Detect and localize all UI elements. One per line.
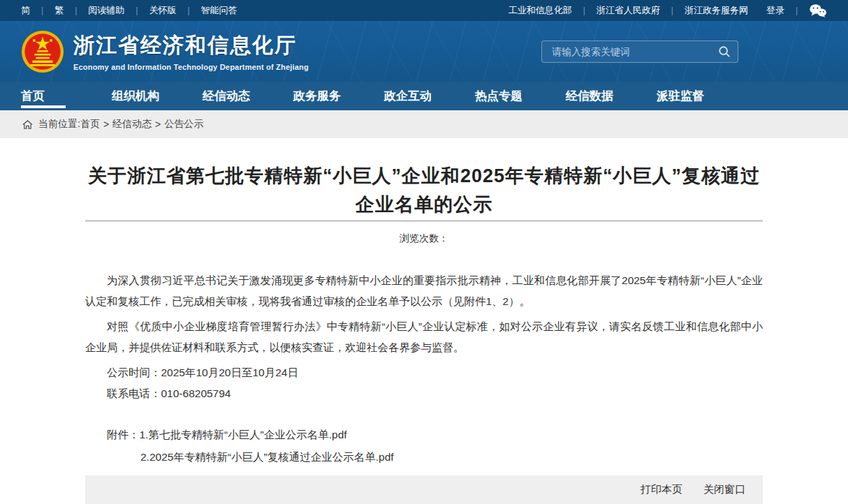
topbar-link-simplified-chinese[interactable]: 简 — [21, 4, 30, 17]
national-emblem-logo — [21, 30, 64, 73]
nav-item-gov-services[interactable]: 政务服务 — [293, 82, 384, 110]
site-title: 浙江省经济和信息化厅 — [73, 31, 309, 60]
topbar-right-links: 工业和信息化部 | 浙江省人民政府 | 浙江政务服务网 登录 | — [509, 3, 827, 17]
breadcrumb: 当前位置: 首页 > 经信动态 > 公告公示 — [0, 110, 848, 138]
close-window-button[interactable]: 关闭窗口 — [703, 483, 745, 496]
topbar-left-links: 简 | 繁 | 阅读辅助 | 关怀版 | 智能问答 — [21, 4, 237, 17]
divider: | — [671, 6, 673, 15]
topbar-link-miit[interactable]: 工业和信息化部 — [509, 4, 572, 17]
title-divider — [85, 221, 763, 221]
attachment-link-2[interactable]: 2.2025年专精特新“小巨人”复核通过企业公示名单.pdf — [140, 446, 394, 468]
search-input[interactable] — [552, 46, 718, 57]
topbar-link-zhejiang-service-net[interactable]: 浙江政务服务网 — [685, 4, 748, 17]
view-count: 浏览次数： — [85, 232, 763, 245]
divider: | — [796, 6, 798, 15]
topbar-link-smart-qa[interactable]: 智能问答 — [201, 4, 237, 17]
nav-item-data[interactable]: 经信数据 — [566, 82, 657, 110]
divider: | — [583, 6, 585, 15]
search-icon[interactable] — [718, 45, 731, 58]
main-nav: 首页 组织机构 经信动态 政务服务 政企互动 热点专题 经信数据 派驻监督 — [0, 82, 848, 110]
article-body: 为深入贯彻习近平总书记关于激发涌现更多专精特新中小企业的重要指示批示精神，工业和… — [85, 270, 763, 404]
breadcrumb-prefix: 当前位置: — [38, 118, 80, 131]
breadcrumb-item-home[interactable]: 首页 — [80, 118, 100, 131]
article-title: 关于浙江省第七批专精特新“小巨人”企业和2025年专精特新“小巨人”复核通过企业… — [85, 162, 763, 219]
page-actions-bar: 打印本页 关闭窗口 — [85, 475, 763, 504]
top-utility-bar: 简 | 繁 | 阅读辅助 | 关怀版 | 智能问答 工业和信息化部 | 浙江省人… — [0, 0, 848, 21]
breadcrumb-separator: > — [155, 119, 161, 130]
nav-item-supervision[interactable]: 派驻监督 — [657, 82, 747, 110]
breadcrumb-separator: > — [103, 119, 109, 130]
site-subtitle: Economy and Information Technology Depar… — [73, 63, 309, 71]
nav-item-hot-topics[interactable]: 热点专题 — [475, 82, 566, 110]
breadcrumb-item-news[interactable]: 经信动态 — [112, 118, 152, 131]
divider: | — [41, 6, 43, 15]
article-page: 关于浙江省第七批专精特新“小巨人”企业和2025年专精特新“小巨人”复核通过企业… — [0, 138, 848, 504]
topbar-link-traditional-chinese[interactable]: 繁 — [54, 4, 64, 17]
contact-phone: 联系电话：010-68205794 — [85, 383, 763, 404]
breadcrumb-item-announcements[interactable]: 公告公示 — [164, 118, 203, 131]
topbar-link-reading-assist[interactable]: 阅读辅助 — [88, 4, 124, 17]
divider: | — [187, 6, 189, 15]
divider: | — [75, 6, 77, 15]
publicity-period: 公示时间：2025年10月20日至10月24日 — [85, 362, 763, 383]
paragraph: 对照《优质中小企业梯度培育管理暂行办法》中专精特新“小巨人”企业认定标准，如对公… — [85, 316, 763, 358]
nav-item-interaction[interactable]: 政企互动 — [384, 82, 475, 110]
nav-item-home[interactable]: 首页 — [21, 82, 112, 110]
site-brand: 浙江省经济和信息化厅 Economy and Information Techn… — [73, 31, 309, 71]
home-icon — [22, 120, 33, 129]
divider: | — [136, 6, 138, 15]
attachments-section: 附件： 1.第七批专精特新“小巨人”企业公示名单.pdf 2.2025年专精特新… — [85, 424, 763, 468]
topbar-link-zhejiang-gov[interactable]: 浙江省人民政府 — [597, 4, 660, 17]
attachments-label: 附件： — [85, 424, 140, 446]
attachment-link-1[interactable]: 1.第七批专精特新“小巨人”企业公示名单.pdf — [140, 424, 347, 446]
nav-item-news[interactable]: 经信动态 — [203, 82, 293, 110]
login-button[interactable]: 登录 — [766, 4, 784, 17]
nav-item-organization[interactable]: 组织机构 — [112, 82, 203, 110]
site-header: 浙江省经济和信息化厅 Economy and Information Techn… — [0, 21, 848, 82]
print-page-button[interactable]: 打印本页 — [641, 483, 682, 496]
topbar-link-senior-version[interactable]: 关怀版 — [149, 4, 176, 17]
site-search-box — [541, 40, 738, 63]
wechat-icon[interactable] — [809, 3, 827, 17]
paragraph: 为深入贯彻习近平总书记关于激发涌现更多专精特新中小企业的重要指示批示精神，工业和… — [85, 270, 763, 312]
